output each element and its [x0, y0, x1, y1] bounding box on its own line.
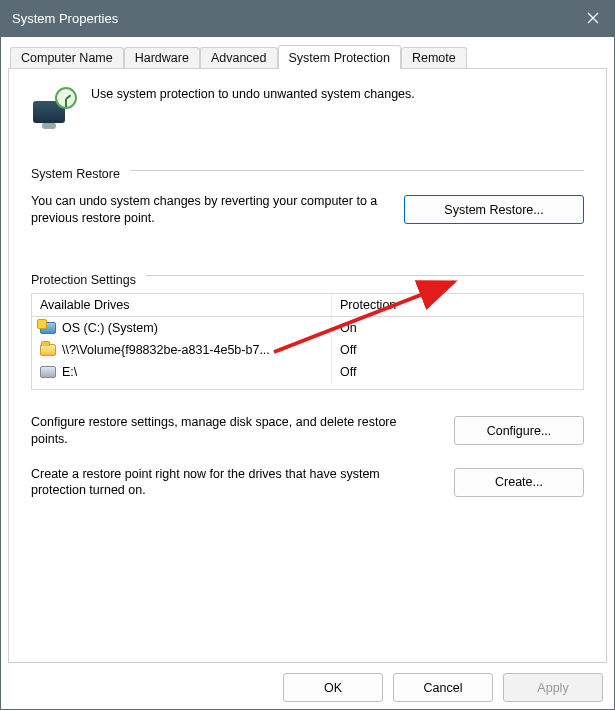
drives-header-row: Available Drives Protection: [32, 294, 583, 317]
divider: [130, 170, 584, 171]
window-title: System Properties: [12, 11, 118, 26]
cancel-button[interactable]: Cancel: [393, 673, 493, 702]
configure-description: Configure restore settings, manage disk …: [31, 414, 436, 448]
close-button[interactable]: [571, 0, 615, 36]
tab-panel-system-protection: Use system protection to undo unwanted s…: [8, 68, 607, 663]
table-row[interactable]: \\?\Volume{f98832be-a831-4e5b-b7... Off: [32, 339, 583, 361]
close-icon: [587, 12, 599, 24]
drive-protection: Off: [332, 361, 583, 383]
col-header-drives: Available Drives: [32, 294, 332, 316]
table-row[interactable]: OS (C:) (System) On: [32, 317, 583, 339]
configure-button[interactable]: Configure...: [454, 416, 584, 445]
drive-folder-icon: [40, 344, 56, 356]
title-bar: System Properties: [0, 0, 615, 36]
drive-protection: On: [332, 317, 583, 339]
col-header-protection: Protection: [332, 294, 583, 316]
drive-name: \\?\Volume{f98832be-a831-4e5b-b7...: [62, 343, 270, 357]
drive-hdd-icon: [40, 366, 56, 378]
ok-button[interactable]: OK: [283, 673, 383, 702]
group-label-system-restore: System Restore: [31, 167, 126, 181]
divider: [146, 275, 584, 276]
dialog-footer: OK Cancel Apply: [8, 663, 607, 702]
drives-table: Available Drives Protection OS (C:) (Sys…: [31, 293, 584, 390]
tab-system-protection[interactable]: System Protection: [278, 45, 401, 69]
system-restore-button[interactable]: System Restore...: [404, 195, 584, 224]
drive-protection: Off: [332, 339, 583, 361]
group-label-protection-settings: Protection Settings: [31, 273, 142, 287]
drive-os-icon: [40, 322, 56, 334]
create-description: Create a restore point right now for the…: [31, 466, 436, 500]
system-restore-icon: [31, 87, 77, 133]
apply-button[interactable]: Apply: [503, 673, 603, 702]
create-restore-point-button[interactable]: Create...: [454, 468, 584, 497]
tab-strip: Computer Name Hardware Advanced System P…: [8, 44, 607, 68]
system-restore-description: You can undo system changes by reverting…: [31, 193, 386, 227]
intro-text: Use system protection to undo unwanted s…: [91, 87, 415, 101]
drive-name: OS (C:) (System): [62, 321, 158, 335]
table-row[interactable]: E:\ Off: [32, 361, 583, 383]
drive-name: E:\: [62, 365, 77, 379]
